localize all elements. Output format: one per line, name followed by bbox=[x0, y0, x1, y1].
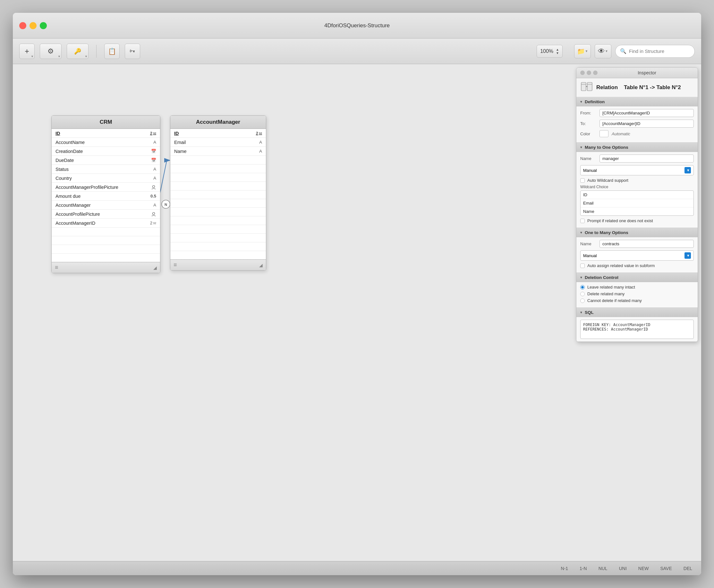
one-to-many-section-header[interactable]: ▼ One to Many Options bbox=[576, 228, 698, 237]
table-row[interactable]: AccountProfilePicture bbox=[52, 210, 160, 219]
view-dropdown-arrow: ▼ bbox=[605, 49, 608, 53]
to-label: To: bbox=[580, 121, 596, 126]
table-row[interactable]: AccountManagerProfilePicture bbox=[52, 183, 160, 192]
key-dropdown-arrow: ▼ bbox=[85, 55, 87, 58]
crm-table[interactable]: CRM ID 232 AccountName A CreationDate 📅 … bbox=[51, 115, 160, 273]
color-swatch[interactable] bbox=[599, 130, 609, 137]
table-row-empty bbox=[170, 173, 266, 182]
many-to-one-section: ▼ Many to One Options Name manager Manua… bbox=[576, 143, 698, 228]
sql-body: FOREIGN KEY: AccountManagerID REFERENCES… bbox=[576, 317, 698, 341]
color-auto-label: Automatic bbox=[612, 131, 630, 136]
clipboard-button[interactable]: 📋 bbox=[104, 44, 120, 59]
account-manager-table[interactable]: AccountManager ID 232 Email A Name A bbox=[170, 115, 266, 271]
m21-dropdown[interactable]: Manual ▼ bbox=[580, 165, 694, 175]
sql-content[interactable]: FOREIGN KEY: AccountManagerID REFERENCES… bbox=[580, 320, 694, 339]
sql-line-2: REFERENCES: AccountManagerID bbox=[583, 327, 691, 332]
add-button[interactable]: + ▼ bbox=[19, 44, 35, 59]
section-title: SQL bbox=[585, 310, 594, 315]
one-to-many-section: ▼ One to Many Options Name contracts Man… bbox=[576, 228, 698, 273]
table-row-empty bbox=[170, 165, 266, 173]
m21-name-value[interactable]: manager bbox=[599, 154, 694, 163]
field-name: Country bbox=[56, 176, 72, 181]
inspector-controls bbox=[580, 70, 597, 75]
search-input[interactable] bbox=[629, 48, 690, 54]
table-row[interactable]: Amount due 0.5 bbox=[52, 192, 160, 201]
prompt-checkbox[interactable] bbox=[580, 219, 585, 223]
field-name: AccountManagerProfilePicture bbox=[56, 185, 118, 190]
table-row[interactable]: CreationDate 📅 bbox=[52, 147, 160, 156]
zoom-select[interactable]: 100% ▲ ▼ bbox=[537, 45, 563, 58]
view-button[interactable]: 👁 ▼ bbox=[595, 44, 611, 58]
table-row[interactable]: AccountManager A bbox=[52, 201, 160, 210]
radio-leave-intact[interactable] bbox=[580, 285, 585, 290]
table-row-empty bbox=[170, 182, 266, 190]
table-row[interactable]: Status A bbox=[52, 165, 160, 174]
maximize-button[interactable] bbox=[40, 22, 47, 29]
keys-button[interactable]: 🗝 bbox=[125, 44, 140, 59]
sql-section-header[interactable]: ▼ SQL bbox=[576, 308, 698, 317]
svg-point-6 bbox=[153, 212, 155, 214]
toolbar-key-group: 🔑 ▼ bbox=[67, 44, 88, 59]
table-row-empty bbox=[52, 228, 160, 236]
search-box[interactable]: 🔍 bbox=[615, 45, 695, 58]
1-n-dropdown-arrow: ▼ bbox=[685, 252, 691, 259]
m21-name-row: Name manager bbox=[580, 154, 694, 163]
field-type-icon bbox=[151, 185, 156, 189]
minimize-button[interactable] bbox=[29, 22, 37, 29]
crm-table-header: CRM bbox=[52, 116, 160, 129]
relation-icon bbox=[581, 82, 592, 93]
eye-icon: 👁 bbox=[598, 47, 605, 56]
auto-wildcard-checkbox[interactable] bbox=[580, 178, 585, 183]
section-collapse-arrow: ▼ bbox=[579, 276, 583, 279]
settings-button[interactable]: ⚙ ▼ bbox=[40, 44, 62, 59]
table-row[interactable]: Name A bbox=[170, 147, 266, 156]
table-row[interactable]: Email A bbox=[170, 138, 266, 147]
from-value[interactable]: [CRM]AccountManagerID bbox=[599, 109, 694, 117]
m21-dropdown-arrow: ▼ bbox=[685, 167, 691, 173]
inspector-close[interactable] bbox=[580, 70, 585, 75]
definition-section-header[interactable]: ▼ Definition bbox=[576, 97, 698, 106]
key-button[interactable]: 🔑 ▼ bbox=[67, 44, 88, 59]
list-item[interactable]: Name bbox=[580, 207, 693, 215]
close-button[interactable] bbox=[19, 22, 26, 29]
table-row[interactable]: AccountName A bbox=[52, 138, 160, 147]
table-row[interactable]: ID 232 bbox=[170, 129, 266, 138]
1-n-dropdown[interactable]: Manual ▼ bbox=[580, 250, 694, 261]
field-name: Amount due bbox=[56, 194, 81, 199]
from-row: From: [CRM]AccountManagerID bbox=[580, 109, 694, 117]
1-n-name-value[interactable]: contracts bbox=[599, 240, 694, 248]
prompt-row: Prompt if related one does not exist bbox=[580, 218, 694, 223]
field-type-icon: 📅 bbox=[151, 149, 156, 153]
folder-button[interactable]: 📁 ▼ bbox=[574, 44, 591, 58]
list-item[interactable]: Email bbox=[580, 199, 693, 207]
one-to-many-body: Name contracts Manual ▼ Auto assign rela… bbox=[576, 237, 698, 273]
color-label: Color bbox=[580, 131, 596, 136]
auto-wildcard-row: Auto Wildcard support bbox=[580, 178, 694, 183]
deletion-section-header[interactable]: ▼ Deletion Control bbox=[576, 273, 698, 282]
prompt-label: Prompt if related one does not exist bbox=[587, 218, 653, 223]
inspector-title: Inspector bbox=[600, 70, 694, 75]
table-row[interactable]: DueDate 📅 bbox=[52, 156, 160, 165]
table-row[interactable]: ID 232 bbox=[52, 129, 160, 138]
section-title: Definition bbox=[585, 99, 605, 104]
keys-icon: 🗝 bbox=[129, 48, 135, 55]
to-value[interactable]: [AccountManager]ID bbox=[599, 120, 694, 128]
radio-delete-many[interactable] bbox=[580, 292, 585, 296]
auto-wildcard-label: Auto Wildcard support bbox=[587, 178, 628, 183]
inspector-maximize[interactable] bbox=[593, 70, 597, 75]
footer-resize-icon: ◢ bbox=[153, 265, 157, 270]
list-item[interactable]: ID bbox=[580, 191, 693, 199]
auto-assign-checkbox[interactable] bbox=[580, 264, 585, 268]
toolbar-separator-1 bbox=[96, 45, 97, 58]
svg-point-3 bbox=[162, 200, 170, 208]
field-name: AccountManager bbox=[56, 203, 91, 208]
section-title: Deletion Control bbox=[585, 275, 618, 280]
many-to-one-section-header[interactable]: ▼ Many to One Options bbox=[576, 143, 698, 152]
inspector-minimize[interactable] bbox=[587, 70, 591, 75]
deletion-section: ▼ Deletion Control Leave related many in… bbox=[576, 273, 698, 308]
radio-cannot-delete[interactable] bbox=[580, 298, 585, 303]
table-row[interactable]: AccountManagerID 232 bbox=[52, 219, 160, 228]
m21-name-label: Name bbox=[580, 156, 596, 161]
table-row[interactable]: Country A bbox=[52, 174, 160, 183]
radio-inner bbox=[581, 286, 584, 289]
